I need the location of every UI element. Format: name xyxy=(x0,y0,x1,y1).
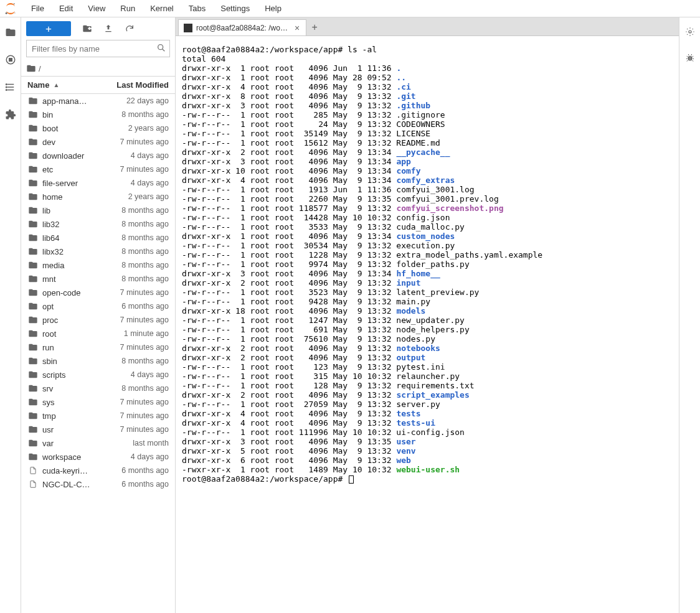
terminal-output[interactable]: root@8aaf2a0884a2:/workspace/app# ls -al… xyxy=(176,36,679,613)
folder-icon xyxy=(27,205,39,215)
folder-icon xyxy=(27,192,39,202)
new-folder-icon[interactable] xyxy=(82,24,92,34)
file-name: root xyxy=(42,329,100,339)
file-row[interactable]: open-code7 minutes ago xyxy=(21,286,175,299)
file-row[interactable]: tmp7 minutes ago xyxy=(21,409,175,423)
file-modified: 8 months ago xyxy=(100,247,169,256)
file-name: run xyxy=(42,343,100,352)
new-launcher-button[interactable]: + xyxy=(26,21,71,36)
file-name: open-code xyxy=(42,288,100,297)
file-modified: 7 minutes ago xyxy=(100,165,169,174)
file-row[interactable]: workspace4 days ago xyxy=(21,450,175,464)
file-name: sys xyxy=(42,398,100,407)
file-row[interactable]: downloader4 days ago xyxy=(21,149,175,162)
file-modified: 4 days ago xyxy=(100,151,169,160)
add-tab-button[interactable]: + xyxy=(306,19,323,35)
file-row[interactable]: lib8 months ago xyxy=(21,204,175,217)
file-modified: 8 months ago xyxy=(100,357,169,365)
folder-icon xyxy=(27,137,39,147)
file-name: lib32 xyxy=(42,220,100,229)
close-icon[interactable]: × xyxy=(293,24,301,32)
extensions-icon[interactable] xyxy=(4,108,17,121)
file-row[interactable]: root1 minute ago xyxy=(21,327,175,340)
file-row[interactable]: sys7 minutes ago xyxy=(21,395,175,409)
menu-tabs[interactable]: Tabs xyxy=(181,1,213,16)
file-row[interactable]: dev7 minutes ago xyxy=(21,135,175,149)
file-row[interactable]: proc7 minutes ago xyxy=(21,313,175,327)
folder-icon[interactable] xyxy=(4,26,17,39)
file-row[interactable]: lib648 months ago xyxy=(21,231,175,245)
menu-settings[interactable]: Settings xyxy=(213,1,257,16)
menu-file[interactable]: File xyxy=(24,1,52,16)
filter-input[interactable] xyxy=(26,40,170,57)
folder-icon xyxy=(27,274,39,284)
file-modified: 6 months ago xyxy=(100,302,169,311)
debugger-icon[interactable] xyxy=(684,52,696,63)
menu-help[interactable]: Help xyxy=(257,1,289,16)
menu-edit[interactable]: Edit xyxy=(52,1,80,16)
folder-icon xyxy=(26,63,36,73)
tab-terminal[interactable]: root@8aaf2a0884a2: /works × xyxy=(178,19,306,35)
file-modified: 4 days ago xyxy=(100,452,169,461)
file-row[interactable]: varlast month xyxy=(21,436,175,450)
file-list-header: Name▲ Last Modified xyxy=(21,76,175,94)
file-row[interactable]: opt6 months ago xyxy=(21,299,175,313)
file-name: var xyxy=(42,439,100,448)
file-row[interactable]: boot2 years ago xyxy=(21,121,175,135)
file-row[interactable]: home2 years ago xyxy=(21,190,175,204)
file-row[interactable]: bin8 months ago xyxy=(21,108,175,121)
column-modified[interactable]: Last Modified xyxy=(106,77,175,93)
column-name[interactable]: Name▲ xyxy=(21,77,106,93)
jupyter-logo-icon xyxy=(4,2,17,16)
file-name: cuda-keyri… xyxy=(42,466,100,475)
svg-point-2 xyxy=(14,12,16,13)
file-name: home xyxy=(42,192,100,202)
file-row[interactable]: NGC-DL-C…6 months ago xyxy=(21,477,175,491)
file-modified: 2 years ago xyxy=(100,192,169,201)
file-icon xyxy=(27,479,39,489)
file-modified: 8 months ago xyxy=(100,110,169,119)
breadcrumb[interactable]: / xyxy=(21,61,175,76)
file-modified: 22 days ago xyxy=(100,96,169,105)
folder-icon xyxy=(27,219,39,229)
file-row[interactable]: mnt8 months ago xyxy=(21,272,175,286)
file-modified: 4 days ago xyxy=(100,179,169,187)
svg-point-0 xyxy=(14,2,15,4)
file-modified: 6 months ago xyxy=(100,480,169,489)
refresh-icon[interactable] xyxy=(125,24,135,34)
property-inspector-icon[interactable] xyxy=(684,26,696,37)
upload-icon[interactable] xyxy=(103,24,113,34)
file-name: workspace xyxy=(42,452,100,462)
file-modified: 4 days ago xyxy=(100,370,169,379)
file-row[interactable]: lib328 months ago xyxy=(21,217,175,231)
folder-icon xyxy=(27,246,39,256)
right-activity-bar xyxy=(679,17,700,613)
file-row[interactable]: cuda-keyri…6 months ago xyxy=(21,464,175,477)
folder-icon xyxy=(27,301,39,311)
svg-rect-4 xyxy=(9,58,12,62)
main-area: root@8aaf2a0884a2: /works × + root@8aaf2… xyxy=(176,17,679,613)
file-row[interactable]: run7 minutes ago xyxy=(21,340,175,354)
file-name: proc xyxy=(42,316,100,325)
menu-run[interactable]: Run xyxy=(113,1,143,16)
toc-icon[interactable] xyxy=(4,81,17,93)
file-row[interactable]: app-mana…22 days ago xyxy=(21,94,175,108)
file-row[interactable]: srv8 months ago xyxy=(21,381,175,395)
file-modified: 7 minutes ago xyxy=(100,343,169,352)
folder-icon xyxy=(27,411,39,421)
menu-kernel[interactable]: Kernel xyxy=(143,1,181,16)
file-row[interactable]: libx328 months ago xyxy=(21,245,175,258)
file-row[interactable]: scripts4 days ago xyxy=(21,368,175,381)
file-row[interactable]: media8 months ago xyxy=(21,258,175,272)
file-modified: 7 minutes ago xyxy=(100,425,169,434)
file-row[interactable]: usr7 minutes ago xyxy=(21,423,175,436)
file-name: media xyxy=(42,261,100,270)
file-modified: 7 minutes ago xyxy=(100,411,169,420)
running-icon[interactable] xyxy=(4,54,17,66)
folder-icon xyxy=(27,288,39,297)
menu-view[interactable]: View xyxy=(80,1,113,16)
file-row[interactable]: file-server4 days ago xyxy=(21,176,175,190)
file-row[interactable]: sbin8 months ago xyxy=(21,354,175,368)
file-modified: 8 months ago xyxy=(100,384,169,393)
file-row[interactable]: etc7 minutes ago xyxy=(21,162,175,176)
